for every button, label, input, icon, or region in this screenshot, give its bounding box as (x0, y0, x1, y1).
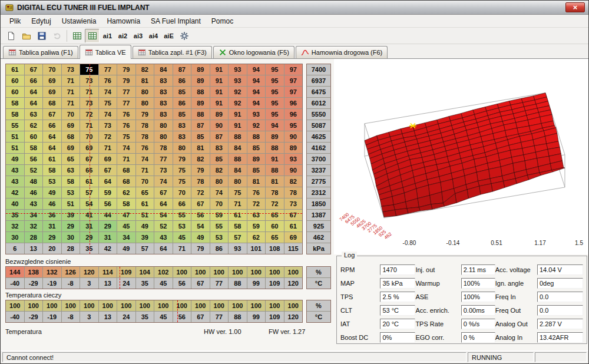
correction-cell[interactable]: 100 (154, 300, 173, 311)
ve-cell[interactable]: 60 (25, 131, 43, 142)
ve-cell[interactable]: 56 (99, 198, 117, 209)
ve-cell[interactable]: 90 (284, 165, 303, 176)
ve-cell[interactable]: 53 (43, 176, 61, 187)
ve-cell[interactable]: 29 (99, 221, 117, 231)
ve-cell[interactable]: 88 (266, 165, 284, 176)
ve-cell[interactable]: 30 (6, 232, 24, 243)
ve-cell[interactable]: 35 (6, 210, 24, 220)
ve-cell[interactable]: 29 (80, 232, 98, 243)
ve-cell[interactable]: 88 (191, 87, 210, 97)
ve-cell[interactable]: 80 (136, 87, 154, 97)
ve-cell[interactable]: 92 (229, 87, 247, 97)
ve-cell[interactable]: 52 (25, 165, 43, 176)
ve-cell[interactable]: 84 (229, 143, 247, 153)
ve-cell[interactable]: 77 (99, 64, 117, 75)
ve-cell[interactable]: 29 (43, 232, 61, 243)
ve-cell[interactable]: 80 (154, 120, 173, 131)
ve-cell[interactable]: 91 (266, 154, 284, 164)
menu-item-pomoc[interactable]: Pomoc (206, 16, 239, 27)
ve-cell[interactable]: 81 (247, 176, 266, 187)
ve-cell[interactable]: 73 (62, 64, 80, 75)
ve-cell[interactable]: 58 (6, 109, 24, 120)
ve-cell[interactable]: 73 (80, 75, 98, 86)
correction-cell[interactable]: 100 (266, 267, 284, 277)
ve-cell[interactable]: 30 (62, 232, 80, 243)
ve-cell[interactable]: 55 (6, 120, 24, 131)
ve-cell[interactable]: 95 (266, 87, 284, 97)
ve-cell[interactable]: 79 (191, 165, 210, 176)
correction-cell[interactable]: 100 (210, 267, 229, 277)
ve-cell[interactable]: 83 (210, 143, 229, 153)
ve-cell[interactable]: 49 (43, 187, 61, 198)
correction-cell[interactable]: 102 (154, 267, 173, 277)
ve-cell[interactable]: 67 (99, 165, 117, 176)
ai4-button[interactable]: ai4 (146, 29, 161, 43)
ve-cell[interactable]: 61 (136, 198, 154, 209)
ve-cell[interactable]: 34 (25, 210, 43, 220)
ve-cell[interactable]: 80 (173, 143, 191, 153)
ve-cell[interactable]: 29 (62, 221, 80, 231)
ve-cell[interactable]: 34 (117, 232, 135, 243)
ve-cell[interactable]: 70 (173, 187, 191, 198)
ve-cell[interactable]: 61 (43, 154, 61, 164)
ve-cell[interactable]: 54 (154, 210, 173, 220)
ve-cell[interactable]: 72 (266, 198, 284, 209)
ve-cell[interactable]: 73 (154, 165, 173, 176)
ve-cell[interactable]: 61 (80, 176, 98, 187)
ve-cell[interactable]: 83 (154, 87, 173, 97)
ve-cell[interactable]: 81 (266, 176, 284, 187)
ve-cell[interactable]: 73 (99, 120, 117, 131)
ve-cell[interactable]: 48 (25, 176, 43, 187)
ve-cell[interactable]: 92 (247, 120, 266, 131)
correction-cell[interactable]: 104 (136, 267, 154, 277)
ve-cell[interactable]: 84 (154, 64, 173, 75)
ve-cell[interactable]: 87 (173, 64, 191, 75)
ve-cell[interactable]: 58 (6, 98, 24, 108)
ve-cell[interactable]: 86 (173, 98, 191, 108)
ve-cell[interactable]: 70 (80, 131, 98, 142)
ve-cell[interactable]: 49 (136, 221, 154, 231)
ve-cell[interactable]: 64 (43, 143, 61, 153)
ve-cell[interactable]: 91 (229, 109, 247, 120)
ve-cell[interactable]: 78 (266, 187, 284, 198)
surface-plot[interactable]: -0.80-0.140.511.171.57400647555504625370… (334, 59, 589, 254)
ve-cell[interactable]: 68 (62, 131, 80, 142)
ve-cell[interactable]: 66 (173, 198, 191, 209)
ve-cell[interactable]: 39 (136, 232, 154, 243)
ve-cell[interactable]: 88 (229, 131, 247, 142)
settings-button[interactable] (177, 29, 191, 43)
ve-cell[interactable]: 93 (247, 109, 266, 120)
ve-cell[interactable]: 65 (266, 210, 284, 220)
correction-cell[interactable]: 100 (173, 267, 191, 277)
ve-cell[interactable]: 51 (6, 131, 24, 142)
ve-cell[interactable]: 89 (191, 98, 210, 108)
menu-item-sa-fuel-implant[interactable]: SA Fuel Implant (145, 16, 206, 27)
ve-cell[interactable]: 93 (284, 154, 303, 164)
ve-cell[interactable]: 74 (154, 176, 173, 187)
ve-cell[interactable]: 76 (99, 75, 117, 86)
ve-cell[interactable]: 51 (136, 210, 154, 220)
correction-cell[interactable]: 109 (117, 267, 135, 277)
ve-cell[interactable]: 32 (6, 221, 24, 231)
ve-cell[interactable]: 76 (117, 109, 135, 120)
ve-cell[interactable]: 70 (210, 198, 229, 209)
ve-cell[interactable]: 58 (117, 198, 135, 209)
correction-cell[interactable]: 100 (229, 300, 247, 311)
ve-cell[interactable]: 43 (6, 176, 24, 187)
ve-cell[interactable]: 83 (173, 131, 191, 142)
ve-cell[interactable]: 94 (247, 64, 266, 75)
ve-cell[interactable]: 76 (117, 120, 135, 131)
ve-cell[interactable]: 91 (210, 75, 229, 86)
correction-cell[interactable]: 100 (99, 300, 117, 311)
ve-cell[interactable]: 43 (25, 198, 43, 209)
ve-cell[interactable]: 96 (284, 98, 303, 108)
ve-cell[interactable]: 91 (229, 120, 247, 131)
ve-cell[interactable]: 75 (173, 165, 191, 176)
ve-cell[interactable]: 59 (99, 187, 117, 198)
ve-cell[interactable]: 91 (210, 87, 229, 97)
close-button[interactable]: × (565, 2, 585, 12)
ve-cell[interactable]: 40 (6, 198, 24, 209)
ve-cell[interactable]: 69 (43, 87, 61, 97)
menu-item-ustawienia[interactable]: Ustawienia (57, 16, 102, 27)
ve-cell[interactable]: 31 (80, 221, 98, 231)
